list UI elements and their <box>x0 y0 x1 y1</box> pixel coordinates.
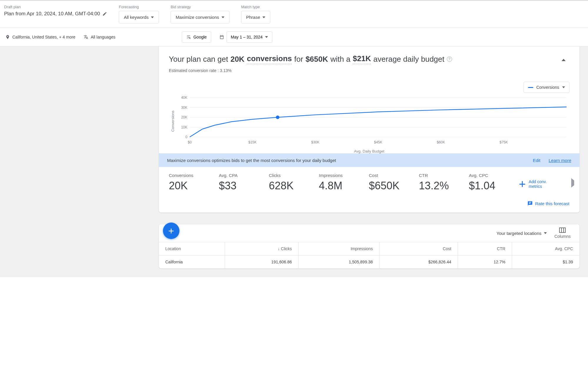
locations-header-cost[interactable]: Cost <box>379 242 458 255</box>
network-value: Google <box>193 35 206 39</box>
headline-tail: average daily budget <box>373 55 444 64</box>
chart-metric-dropdown[interactable]: Conversions <box>524 82 569 93</box>
metric-value: $650K <box>369 180 404 192</box>
table-cell: $1.39 <box>512 255 579 269</box>
match-type-group: Match type Phrase <box>241 5 271 24</box>
network-dropdown[interactable]: Google <box>182 31 211 43</box>
metric-label: Avg. CPA <box>219 173 254 178</box>
forecast-line-chart[interactable]: 010K20K30K40K$0$15K$30K$45K$60K$75K <box>175 96 569 146</box>
metric-value: $1.04 <box>469 180 504 192</box>
locations-header-avg-cpc[interactable]: Avg. CPC <box>512 242 579 255</box>
headline-metric[interactable]: conversions <box>247 54 292 64</box>
edit-pencil-icon[interactable] <box>102 11 107 16</box>
forecast-card: Your plan can get 20K conversions for $6… <box>159 46 579 213</box>
metric-clicks: Clicks628K <box>269 173 304 192</box>
metrics-scroll-right[interactable] <box>571 181 574 185</box>
svg-text:40K: 40K <box>181 96 187 100</box>
banner-learn-more-link[interactable]: Learn more <box>549 158 571 163</box>
location-chip[interactable]: California, United States, + 4 more <box>5 35 75 39</box>
plan-title-row[interactable]: Plan from Apr 10, 2024, 10 AM, GMT-04:00 <box>4 11 107 17</box>
calendar-icon[interactable] <box>219 35 224 39</box>
columns-button[interactable]: Columns <box>554 228 571 239</box>
metric-value: 628K <box>269 180 304 192</box>
location-pin-icon <box>5 35 10 39</box>
locations-header-impressions[interactable]: Impressions <box>299 242 379 255</box>
rate-forecast-link[interactable]: Rate this forecast <box>527 201 569 206</box>
forecast-metrics-row: Conversions20KAvg. CPA$33Clicks628KImpre… <box>159 167 579 198</box>
metric-label: Impressions <box>319 173 354 178</box>
match-type-label: Match type <box>241 5 271 9</box>
add-conversion-metrics[interactable]: + Add conv. metrics <box>519 173 547 190</box>
rate-forecast-text: Rate this forecast <box>535 201 569 206</box>
headline-cost: $650K <box>306 55 328 64</box>
metric-label: CTR <box>419 173 454 178</box>
columns-label: Columns <box>554 234 571 239</box>
table-cell: California <box>159 255 225 269</box>
locations-table-header-row: Location↓ClicksImpressionsCostCTRAvg. CP… <box>159 242 579 255</box>
plan-title: Plan from Apr 10, 2024, 10 AM, GMT-04:00 <box>4 11 100 17</box>
languages-chip[interactable]: All languages <box>84 35 115 39</box>
svg-point-18 <box>276 116 279 119</box>
headline-with: with a <box>330 55 350 64</box>
banner-edit-link[interactable]: Edit <box>533 158 540 163</box>
content-area: Your plan can get 20K conversions for $6… <box>0 46 588 277</box>
table-cell: $266,826.44 <box>379 255 458 269</box>
metric-impressions: Impressions4.8M <box>319 173 354 192</box>
bid-strategy-dropdown[interactable]: Maximize conversions <box>171 11 229 24</box>
forecasting-dropdown[interactable]: All keywords <box>119 11 159 24</box>
metric-value: $33 <box>219 180 254 192</box>
date-range-control: May 1 – 31, 2024 <box>219 31 272 43</box>
collapse-card-button[interactable] <box>558 54 569 66</box>
banner-text: Maximize conversions optimizes bids to g… <box>167 158 336 163</box>
table-row[interactable]: California191,606.861,505,899.38$266,826… <box>159 255 579 269</box>
svg-line-1 <box>190 38 191 39</box>
metric-value: 13.2% <box>419 180 454 192</box>
table-cell: 12.7% <box>458 255 512 269</box>
svg-text:$0: $0 <box>188 140 192 144</box>
date-range-dropdown[interactable]: May 1 – 31, 2024 <box>226 31 272 43</box>
metric-avg-cpa: Avg. CPA$33 <box>219 173 254 192</box>
caret-down-icon <box>265 36 268 38</box>
metric-label: Clicks <box>269 173 304 178</box>
metric-cost: Cost$650K <box>369 173 404 192</box>
match-type-dropdown[interactable]: Phrase <box>241 11 271 24</box>
match-type-value: Phrase <box>246 15 260 20</box>
svg-text:$45K: $45K <box>374 140 382 144</box>
table-cell: 191,606.86 <box>225 255 299 269</box>
languages-text: All languages <box>91 35 115 39</box>
headline-daily-budget[interactable]: $21K <box>353 54 371 64</box>
add-location-fab[interactable]: + <box>163 223 179 239</box>
locations-scope-dropdown[interactable]: Your targeted locations <box>497 231 547 236</box>
headline-amount: 20K <box>230 55 244 64</box>
add-metric-line1: Add conv. <box>529 179 547 184</box>
metric-label: Conversions <box>169 173 204 178</box>
svg-point-0 <box>189 37 190 39</box>
plan-title-group: Draft plan Plan from Apr 10, 2024, 10 AM… <box>4 5 107 17</box>
locations-header-location[interactable]: Location <box>159 242 225 255</box>
chart-x-axis-label: Avg. Daily Budget <box>169 149 569 153</box>
caret-down-icon <box>221 16 224 18</box>
draft-plan-label: Draft plan <box>4 5 107 9</box>
locations-header-ctr[interactable]: CTR <box>458 242 512 255</box>
svg-text:$75K: $75K <box>499 140 508 144</box>
caret-down-icon <box>151 16 154 18</box>
forecasting-value: All keywords <box>124 15 149 20</box>
svg-text:0: 0 <box>185 135 187 139</box>
metric-avg-cpc: Avg. CPC$1.04 <box>469 173 504 192</box>
bid-strategy-value: Maximize conversions <box>176 15 219 20</box>
metric-label: Cost <box>369 173 404 178</box>
locations-table: Location↓ClicksImpressionsCostCTRAvg. CP… <box>159 242 579 268</box>
headline-for: for <box>294 55 303 64</box>
locations-header-clicks[interactable]: ↓Clicks <box>225 242 299 255</box>
forecasting-group: Forecasting All keywords <box>119 5 159 24</box>
help-icon[interactable]: ? <box>447 56 452 62</box>
feedback-icon <box>527 201 533 206</box>
svg-text:10K: 10K <box>181 125 187 129</box>
svg-text:$15K: $15K <box>248 140 256 144</box>
table-cell: 1,505,899.38 <box>299 255 379 269</box>
chevron-up-icon <box>562 59 566 61</box>
location-text: California, United States, + 4 more <box>12 35 75 39</box>
svg-text:20K: 20K <box>181 115 187 119</box>
bid-strategy-banner: Maximize conversions optimizes bids to g… <box>159 153 579 167</box>
chart-y-axis-label: Conversions <box>169 111 175 132</box>
